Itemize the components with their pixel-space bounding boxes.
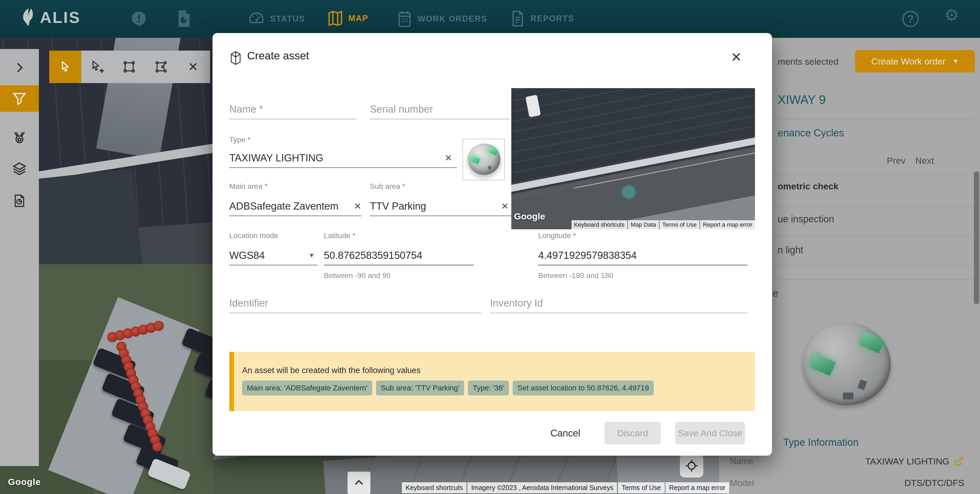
model-label: Model [730, 478, 754, 488]
longitude-value: 4.4971929579838354 [538, 250, 637, 261]
clear-main-area-icon[interactable]: ✕ [354, 201, 362, 212]
map-attribution: Keyboard shortcuts Imagery ©2023 , Aerod… [402, 482, 729, 493]
rectangle-select-tool-button[interactable] [113, 51, 145, 83]
next-button[interactable]: Next [915, 156, 934, 166]
tab-work-orders[interactable]: WORK ORDERS [396, 10, 487, 28]
calendar-icon [396, 10, 413, 28]
map-data-link[interactable]: Map Data [628, 220, 659, 229]
asset-location-marker[interactable] [621, 185, 636, 199]
inventory-id-placeholder: Inventory Id [490, 298, 543, 309]
name-placeholder: Name * [229, 104, 263, 115]
asset-marker[interactable] [152, 441, 162, 452]
map-side-toolbar [0, 49, 39, 466]
longitude-field[interactable]: Longitude * 4.4971929579838354 [538, 231, 748, 266]
discard-button[interactable]: Discard [605, 422, 661, 445]
sub-area-label: Sub area * [370, 182, 405, 191]
badges-button[interactable] [0, 124, 39, 151]
add-select-tool-button[interactable] [81, 51, 113, 83]
gear-icon: ⚙ [944, 6, 959, 24]
cursor-icon [59, 60, 72, 73]
asset-title: XIWAY 9 [778, 92, 826, 107]
settings-button[interactable]: ⚙ [944, 7, 959, 24]
select-tool-button[interactable] [49, 51, 81, 83]
prev-button[interactable]: Prev [887, 156, 905, 166]
save-and-close-button[interactable]: Save And Close [675, 422, 745, 445]
cube-icon [229, 51, 242, 66]
identifier-field[interactable]: Identifier [229, 294, 481, 313]
cycle-item[interactable]: ometric check [778, 181, 838, 191]
location-mode-label: Location mode [229, 231, 278, 240]
question-icon: ? [907, 13, 914, 25]
tab-reports[interactable]: REPORTS [510, 10, 574, 27]
collapse-panel-button[interactable] [347, 472, 371, 494]
location-minimap[interactable]: Google Keyboard shortcuts Map Data Terms… [511, 88, 755, 229]
section-heading-fragment: e [773, 288, 778, 299]
report-map-error-link[interactable]: Report a map error [700, 220, 755, 229]
cycle-item[interactable]: ue inspection [778, 214, 834, 225]
clear-type-icon[interactable]: ✕ [445, 153, 452, 163]
chip-main-area: Main area: 'ADBSafegate Zaventem' [242, 381, 372, 395]
alerts-button[interactable] [130, 10, 148, 29]
create-work-order-button[interactable]: Create Work order ▼ [855, 50, 975, 72]
polygon-select-tool-button[interactable] [145, 51, 177, 83]
type-field[interactable]: Type * TAXIWAY LIGHTING ✕ [229, 135, 457, 168]
type-info-model-row: Model DTS/DTC/DFS [730, 478, 964, 488]
longitude-helper: Between -180 and 180 [538, 271, 613, 280]
clear-sub-area-icon[interactable]: ✕ [501, 201, 509, 212]
medal-icon [12, 130, 27, 145]
chevron-right-icon [12, 61, 27, 75]
minimap-attribution: Keyboard shortcuts Map Data Terms of Use… [571, 220, 755, 229]
filter-button[interactable] [0, 85, 39, 112]
type-value: TAXIWAY LIGHTING [229, 152, 323, 164]
serial-number-field[interactable]: Serial number [370, 95, 509, 119]
latitude-field[interactable]: Latitude * 50.876258359150754 [324, 231, 474, 266]
leaf-logo-icon [21, 8, 36, 27]
report-map-error-link[interactable]: Report a map error [665, 482, 729, 493]
sub-area-value: TTV Parking [370, 201, 426, 212]
google-watermark: Google [514, 211, 545, 222]
crosshair-icon [685, 459, 698, 473]
tab-reports-label: REPORTS [530, 14, 574, 24]
layers-icon [12, 161, 27, 177]
clear-selection-button[interactable]: ✕ [177, 51, 209, 83]
report-button[interactable] [0, 188, 39, 214]
caret-down-icon: ▼ [309, 252, 315, 259]
tab-status[interactable]: STATUS [248, 10, 305, 28]
serial-placeholder: Serial number [370, 104, 433, 115]
external-link-icon[interactable] [954, 456, 964, 467]
tab-work-orders-label: WORK ORDERS [418, 14, 487, 24]
x-icon: ✕ [188, 60, 199, 74]
terms-of-use-link[interactable]: Terms of Use [618, 482, 664, 493]
selection-count-text: ments selected [778, 56, 838, 67]
location-mode-value: WGS84 [229, 250, 265, 261]
close-icon[interactable]: ✕ [729, 48, 744, 66]
reports-shortcut-button[interactable] [176, 10, 192, 29]
main-area-field[interactable]: Main area * ADBSafegate Zaventem ✕ [229, 182, 361, 216]
expand-panel-button[interactable] [0, 54, 39, 81]
notice-chips: Main area: 'ADBSafegate Zaventem' Sub ar… [242, 381, 654, 395]
imagery-credit: Imagery ©2023 , Aerodata International S… [467, 482, 617, 493]
sub-area-field[interactable]: Sub area * TTV Parking ✕ [370, 182, 511, 216]
map-selection-toolbar: ✕ [49, 51, 210, 83]
cancel-button[interactable]: Cancel [543, 422, 588, 445]
document-pie-icon [176, 10, 192, 28]
keyboard-shortcuts-link[interactable]: Keyboard shortcuts [402, 482, 466, 493]
location-mode-select[interactable]: Location mode WGS84 ▼ [229, 231, 317, 266]
map-icon [327, 10, 344, 27]
create-work-order-label: Create Work order [871, 56, 946, 67]
cycle-item[interactable]: n light [778, 244, 803, 256]
tab-map[interactable]: MAP [327, 10, 368, 27]
locate-me-button[interactable] [680, 454, 703, 478]
keyboard-shortcuts-link[interactable]: Keyboard shortcuts [571, 220, 627, 229]
layers-button[interactable] [0, 156, 39, 182]
app-logo[interactable]: ALIS [21, 8, 81, 27]
filter-icon [12, 91, 27, 106]
inventory-id-field[interactable]: Inventory Id [490, 294, 748, 313]
name-field[interactable]: Name * [229, 95, 356, 119]
brand-name: ALIS [40, 8, 81, 27]
section-heading-maintenance-cycles: enance Cycles [778, 127, 844, 139]
help-button[interactable]: ? [902, 11, 919, 27]
terms-of-use-link[interactable]: Terms of Use [660, 220, 700, 229]
asset-marker[interactable] [154, 321, 164, 331]
panel-scrollbar[interactable] [974, 171, 979, 304]
